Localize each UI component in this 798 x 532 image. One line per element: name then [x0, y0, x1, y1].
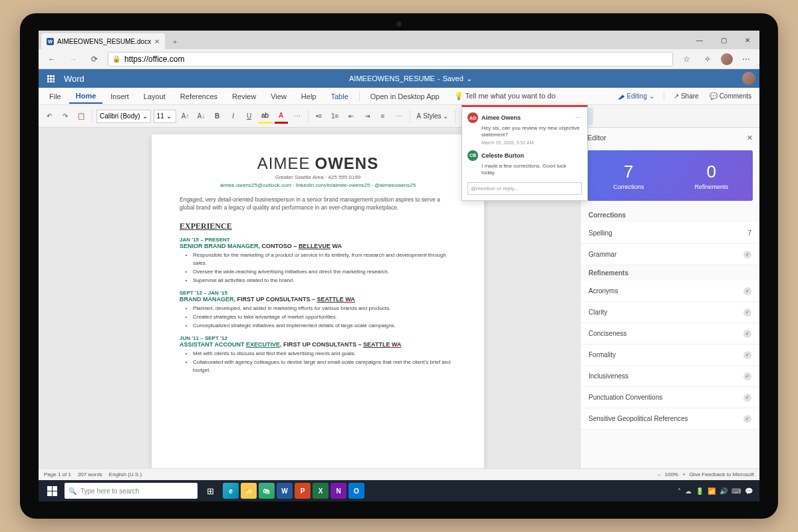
battery-tray-icon[interactable]: 🔋 [696, 487, 704, 495]
task-view-button[interactable]: ⊞ [200, 480, 221, 501]
comment-text: Hey sis, can you review my new objective… [481, 128, 582, 139]
tablet-camera [396, 21, 402, 27]
undo-button[interactable]: ↶ [43, 109, 56, 124]
grammar-row[interactable]: Grammar✓ [581, 244, 759, 265]
outlook-app-icon[interactable]: O [348, 483, 364, 499]
wifi-tray-icon[interactable]: 📶 [708, 487, 716, 495]
onenote-app-icon[interactable]: N [331, 483, 346, 499]
document-page[interactable]: AIMEE OWENS Greater Seattle Area · 425 5… [152, 134, 484, 468]
refinement-row[interactable]: Formality✓ [581, 344, 759, 366]
tab-review[interactable]: Review [225, 90, 263, 103]
editing-mode-button[interactable]: Editing ⌄ [614, 90, 658, 102]
job-bullets: Planned, developed, and aided in marketi… [193, 305, 456, 330]
taskbar-search[interactable]: 🔍Type here to search [65, 483, 198, 499]
language-status[interactable]: English (U.S.) [109, 471, 142, 477]
font-selector[interactable]: Calibri (Body)⌄ [96, 110, 151, 123]
font-size-selector[interactable]: 11⌄ [154, 110, 176, 123]
url-input[interactable]: 🔒 https://office.com [108, 52, 673, 66]
italic-button[interactable]: I [227, 109, 240, 124]
ime-tray-icon[interactable]: ⌨ [732, 487, 741, 495]
more-font-button[interactable]: ⋯ [291, 109, 304, 124]
action-center-icon[interactable]: 💬 [745, 487, 753, 495]
refresh-button[interactable]: ⟳ [86, 51, 102, 67]
bold-button[interactable]: B [211, 109, 224, 124]
store-app-icon[interactable]: 🛍 [259, 483, 275, 499]
search-icon: 🔍 [68, 487, 76, 495]
bullets-button[interactable]: •≡ [313, 109, 326, 124]
job-date: JAN '15 – PRESENT [180, 237, 456, 243]
refinement-row[interactable]: Conciseness✓ [581, 323, 759, 344]
profile-avatar[interactable] [721, 53, 733, 65]
page-count[interactable]: Page 1 of 1 [44, 471, 71, 477]
volume-tray-icon[interactable]: 🔊 [720, 487, 728, 495]
comments-button[interactable]: 💬 Comments [706, 90, 755, 102]
increase-indent-button[interactable]: ⇥ [360, 109, 374, 124]
comment-reply-input[interactable]: @mention or reply... [467, 182, 582, 195]
document-title-status[interactable]: AIMEEOWENS_RESUME - Saved ⌄ [349, 74, 472, 83]
underline-button[interactable]: U [243, 109, 256, 124]
tab-file[interactable]: File [43, 90, 68, 103]
window-close-button[interactable]: ✕ [735, 31, 759, 49]
tab-references[interactable]: References [174, 90, 224, 103]
more-para-button[interactable]: ⋯ [392, 109, 406, 124]
refinements-stat[interactable]: 0Refinements [670, 150, 753, 201]
open-desktop-app[interactable]: Open in Desktop App [364, 90, 446, 103]
tab-help[interactable]: Help [295, 90, 323, 103]
spelling-row[interactable]: Spelling7 [581, 223, 759, 244]
tab-home[interactable]: Home [69, 89, 103, 104]
redo-button[interactable]: ↷ [59, 109, 72, 124]
forward-button[interactable]: → [65, 51, 81, 67]
app-launcher-icon[interactable] [43, 70, 59, 86]
tab-close-icon[interactable]: ✕ [154, 38, 160, 45]
styles-button[interactable]: A Styles ⌄ [414, 112, 452, 120]
corrections-stat[interactable]: 7Corrections [587, 150, 670, 201]
powerpoint-app-icon[interactable]: P [295, 483, 311, 499]
refinement-row[interactable]: Punctuation Conventions✓ [581, 387, 759, 408]
refinement-row[interactable]: Clarity✓ [581, 302, 759, 323]
back-button[interactable]: ← [44, 51, 60, 67]
favorite-button[interactable]: ☆ [678, 51, 694, 67]
browser-tab[interactable]: W AIMEEOWENS_RESUME.docx ✕ [41, 33, 165, 49]
feedback-link[interactable]: Give Feedback to Microsoft [690, 471, 754, 477]
shrink-font-button[interactable]: A↓ [195, 109, 208, 124]
close-panel-button[interactable]: ✕ [747, 134, 753, 142]
refinement-row[interactable]: Sensitive Geopolitical References✓ [581, 408, 759, 430]
paste-button[interactable]: 📋 [74, 109, 88, 124]
numbering-button[interactable]: 1≡ [329, 109, 342, 124]
window-minimize-button[interactable]: — [688, 31, 712, 49]
comment-thread-card[interactable]: AO Aimee Owens ⋯ Hey sis, can you review… [462, 128, 588, 201]
tab-insert[interactable]: Insert [104, 90, 136, 103]
status-bar: Page 1 of 1 207 words English (U.S.) –10… [39, 468, 759, 480]
tell-me-search[interactable]: 💡 Tell me what you want to do [448, 89, 563, 103]
share-button[interactable]: ↗ Share [670, 90, 703, 102]
tray-chevron-icon[interactable]: ˄ [678, 487, 681, 495]
job-title: ASSISTANT ACCOUNT EXECUTIVE, FIRST UP CO… [180, 341, 456, 348]
corrections-section-label: Corrections [581, 207, 759, 223]
tab-view[interactable]: View [264, 90, 293, 103]
excel-app-icon[interactable]: X [313, 483, 329, 499]
explorer-app-icon[interactable]: 📁 [241, 483, 257, 499]
tab-layout[interactable]: Layout [137, 90, 172, 103]
refinement-row[interactable]: Acronyms✓ [581, 281, 759, 302]
chevron-down-icon: ⌄ [466, 74, 472, 83]
decrease-indent-button[interactable]: ⇤ [344, 109, 358, 124]
word-count[interactable]: 207 words [78, 471, 102, 477]
collections-button[interactable]: ✧ [700, 51, 716, 67]
tab-title: AIMEEOWENS_RESUME.docx [57, 38, 151, 45]
refinements-section-label: Refinements [581, 265, 759, 281]
user-avatar[interactable] [742, 72, 755, 85]
start-button[interactable] [41, 480, 63, 501]
zoom-level[interactable]: 100% [664, 471, 678, 477]
grow-font-button[interactable]: A↑ [179, 109, 192, 124]
browser-menu-button[interactable]: ⋯ [738, 51, 754, 67]
tab-table[interactable]: Table [324, 90, 354, 103]
font-color-button[interactable]: A [275, 109, 288, 124]
word-app-icon[interactable]: W [277, 483, 293, 499]
onedrive-tray-icon[interactable]: ☁ [685, 487, 692, 495]
align-button[interactable]: ≡ [376, 109, 390, 124]
new-tab-button[interactable]: ＋ [168, 35, 182, 49]
edge-app-icon[interactable]: e [223, 483, 239, 499]
window-maximize-button[interactable]: ▢ [712, 31, 735, 49]
refinement-row[interactable]: Inclusiveness✓ [581, 366, 759, 387]
highlight-button[interactable]: ab [259, 109, 272, 124]
